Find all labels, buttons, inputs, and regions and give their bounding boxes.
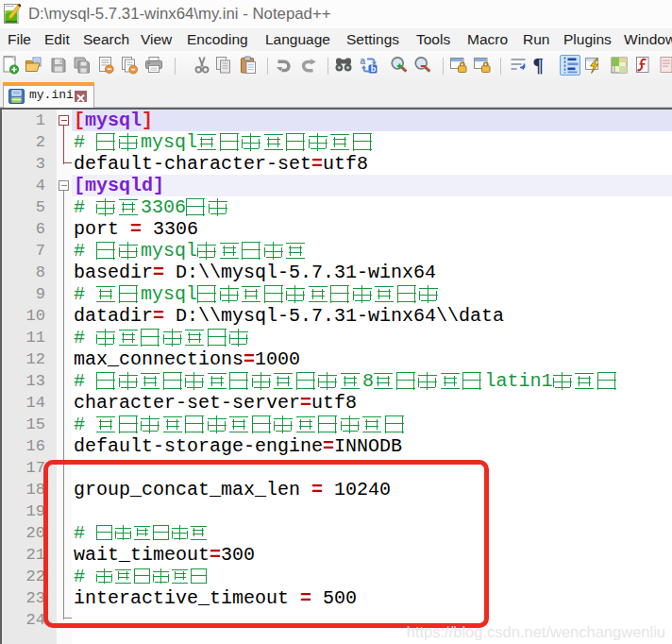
svg-text:b: b: [371, 64, 377, 74]
svg-text:¶: ¶: [533, 56, 544, 75]
svg-text:a: a: [361, 56, 366, 66]
